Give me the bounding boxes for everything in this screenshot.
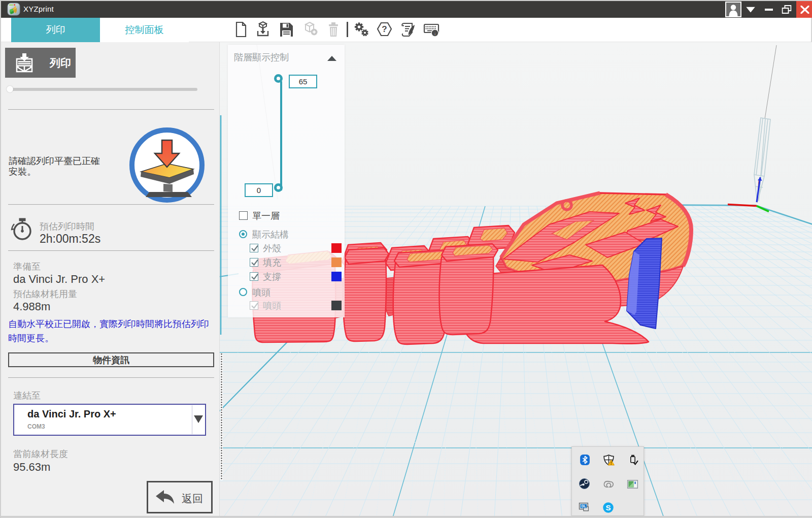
radio-顯示結構[interactable] bbox=[239, 230, 247, 238]
print-button[interactable]: 列印 bbox=[5, 48, 76, 78]
option-label: 噴頭 bbox=[263, 300, 281, 312]
color-swatch[interactable] bbox=[331, 243, 342, 253]
divider bbox=[8, 377, 214, 378]
platform-check-icon bbox=[129, 127, 205, 203]
option-label: 顯示結構 bbox=[252, 229, 289, 241]
slider-handle-top[interactable] bbox=[274, 74, 283, 83]
usb-eject-icon[interactable] bbox=[627, 454, 639, 466]
progress-bar bbox=[9, 88, 197, 91]
save-icon[interactable] bbox=[277, 20, 296, 40]
est-time-label: 預估列印時間 bbox=[40, 220, 94, 233]
creative-cloud-icon[interactable] bbox=[602, 478, 615, 491]
divider bbox=[8, 204, 214, 205]
divider bbox=[8, 109, 214, 110]
viewport-3d[interactable]: 階層顯示控制 65 0 單一層顯示結構外殼填充支撐噴頭噴頭 DLS bbox=[220, 42, 812, 516]
left-panel: 列印 請確認列印平臺已正確安裝。 bbox=[2, 42, 220, 516]
radio-噴頭[interactable] bbox=[239, 288, 247, 296]
keyboard-info-icon[interactable]: i bbox=[422, 20, 442, 40]
release-notes-icon[interactable] bbox=[399, 20, 418, 40]
settings-icon[interactable] bbox=[352, 20, 371, 40]
printer-name: da Vinci Jr. Pro X+ bbox=[13, 273, 105, 286]
window-title: XYZprint bbox=[23, 5, 54, 13]
filament-label: 預估線材耗用量 bbox=[13, 288, 77, 300]
back-button[interactable]: 返回 bbox=[147, 481, 213, 513]
close-button[interactable] bbox=[796, 1, 812, 18]
printhead-indicator bbox=[754, 45, 776, 203]
svg-text:i: i bbox=[434, 30, 435, 37]
svg-text:DL: DL bbox=[581, 504, 586, 508]
printer-icon bbox=[13, 53, 36, 73]
est-time-value: 2h:00m:52s bbox=[40, 232, 100, 246]
print-button-label: 列印 bbox=[50, 56, 71, 70]
link-to-label: 連結至 bbox=[13, 390, 41, 402]
slider-handle-bottom[interactable] bbox=[274, 183, 283, 192]
device-name: da Vinci Jr. Pro X+ bbox=[27, 408, 116, 420]
color-swatch[interactable] bbox=[331, 301, 342, 310]
svg-text:?: ? bbox=[382, 24, 387, 34]
option-label: 支撐 bbox=[263, 271, 281, 283]
layer-panel-title: 階層顯示控制 bbox=[234, 51, 289, 63]
checkbox-填充[interactable] bbox=[250, 258, 258, 267]
device-port: COM3 bbox=[27, 423, 45, 430]
help-icon[interactable]: ? bbox=[376, 20, 395, 40]
steam-icon[interactable] bbox=[579, 478, 591, 490]
bluetooth-icon[interactable] bbox=[579, 454, 591, 466]
minimize-button[interactable] bbox=[762, 1, 775, 18]
axis-indicator bbox=[728, 205, 769, 212]
title-bar: XYZprint bbox=[1, 1, 811, 18]
filament-value: 4.988m bbox=[13, 300, 50, 313]
collapse-icon[interactable] bbox=[327, 56, 336, 61]
current-filament-label: 當前線材長度 bbox=[13, 448, 68, 460]
current-filament-value: 95.63m bbox=[13, 461, 50, 474]
app-icon bbox=[7, 3, 20, 16]
option-label: 填充 bbox=[263, 256, 281, 269]
slider-min-value[interactable]: 0 bbox=[245, 183, 273, 197]
layer-slider-track[interactable] bbox=[280, 81, 282, 190]
app-window: XYZprint 列印 控制面板 ?i bbox=[0, 0, 812, 518]
layer-display-panel: 階層顯示控制 65 0 單一層顯示結構外殼填充支撐噴頭噴頭 bbox=[228, 45, 345, 317]
svg-text:S: S bbox=[605, 503, 611, 512]
color-swatch[interactable] bbox=[331, 257, 342, 267]
divider bbox=[8, 250, 214, 251]
tab-bar: 列印 控制面板 ?i bbox=[1, 18, 811, 42]
tab-print[interactable]: 列印 bbox=[11, 18, 100, 42]
new-file-icon[interactable] bbox=[232, 20, 251, 40]
tab-control-panel[interactable]: 控制面板 bbox=[100, 18, 189, 42]
skype-icon[interactable]: S bbox=[602, 502, 615, 514]
dropdown-arrow-icon[interactable] bbox=[194, 415, 203, 423]
stopwatch-icon bbox=[11, 217, 34, 242]
system-tray-flyout: DLS bbox=[571, 446, 644, 516]
checkbox-單一層[interactable] bbox=[239, 211, 248, 220]
user-account-icon[interactable] bbox=[725, 2, 741, 17]
checkbox-支撐[interactable] bbox=[250, 272, 258, 281]
restore-button[interactable] bbox=[780, 1, 794, 18]
calibration-note: 自動水平校正已開啟，實際列印時間將比預估列印時間更長。 bbox=[8, 317, 215, 345]
display-settings-icon[interactable] bbox=[627, 478, 639, 491]
slider-max-value[interactable]: 65 bbox=[289, 75, 317, 88]
progress-knob bbox=[7, 86, 13, 92]
caret-down-icon[interactable] bbox=[745, 1, 756, 18]
checkbox-噴頭[interactable] bbox=[250, 301, 258, 310]
device-dropdown[interactable]: da Vinci Jr. Pro X+ COM3 bbox=[13, 404, 206, 436]
checkbox-外殼[interactable] bbox=[250, 244, 258, 252]
platform-message: 請確認列印平臺已正確安裝。 bbox=[9, 156, 103, 177]
displaylink-icon[interactable]: DL bbox=[579, 502, 591, 514]
option-label: 外殼 bbox=[263, 242, 281, 254]
object-info-button[interactable]: 物件資訊 bbox=[8, 352, 214, 367]
back-arrow-icon bbox=[154, 490, 176, 507]
option-label: 噴頭 bbox=[252, 286, 270, 299]
dropdown-separator bbox=[192, 405, 192, 434]
prepare-label: 準備至 bbox=[13, 261, 41, 273]
color-swatch[interactable] bbox=[331, 272, 342, 281]
window-bottom-edge bbox=[1, 516, 812, 518]
import-model-icon[interactable] bbox=[254, 20, 273, 40]
export-package-icon[interactable] bbox=[301, 20, 321, 40]
back-button-label: 返回 bbox=[182, 492, 203, 506]
option-label: 單一層 bbox=[252, 210, 280, 222]
defender-icon[interactable] bbox=[603, 454, 615, 466]
